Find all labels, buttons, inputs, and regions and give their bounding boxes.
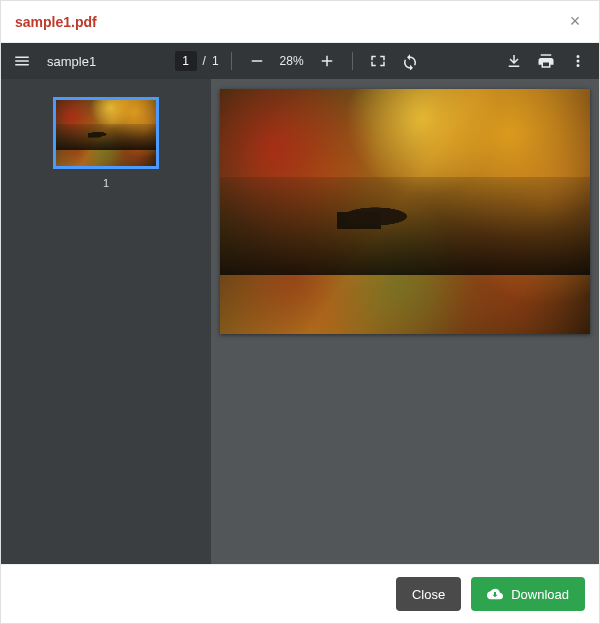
rotate-button[interactable] bbox=[397, 48, 423, 74]
modal-close-button[interactable]: × bbox=[565, 11, 585, 32]
viewer-body: 1 bbox=[1, 79, 599, 564]
more-icon bbox=[569, 52, 587, 70]
modal-title: sample1.pdf bbox=[15, 14, 97, 30]
pdf-viewer: sample1 / 1 28% bbox=[1, 43, 599, 564]
thumbnail-sidebar[interactable]: 1 bbox=[1, 79, 211, 564]
download-button[interactable]: Download bbox=[471, 577, 585, 611]
document-name: sample1 bbox=[47, 54, 96, 69]
thumbnail-image bbox=[53, 97, 159, 169]
titlebar: sample1.pdf × bbox=[1, 1, 599, 43]
pdf-page bbox=[220, 89, 590, 334]
pdf-toolbar: sample1 / 1 28% bbox=[1, 43, 599, 79]
fit-page-button[interactable] bbox=[365, 48, 391, 74]
sidebar-toggle-button[interactable] bbox=[9, 48, 35, 74]
toolbar-separator bbox=[352, 52, 353, 70]
toolbar-download-button[interactable] bbox=[501, 48, 527, 74]
zoom-in-button[interactable] bbox=[314, 48, 340, 74]
download-icon bbox=[505, 52, 523, 70]
page-canvas-area[interactable] bbox=[211, 79, 599, 564]
modal-footer: Close Download bbox=[1, 564, 599, 623]
zoom-in-icon bbox=[318, 52, 336, 70]
zoom-out-button[interactable] bbox=[244, 48, 270, 74]
pdf-preview-modal: sample1.pdf × sample1 / 1 28% bbox=[0, 0, 600, 624]
download-button-label: Download bbox=[511, 587, 569, 602]
close-icon: × bbox=[570, 11, 581, 31]
zoom-level[interactable]: 28% bbox=[276, 54, 308, 68]
zoom-out-icon bbox=[248, 52, 266, 70]
page-total: 1 bbox=[212, 54, 219, 68]
print-button[interactable] bbox=[533, 48, 559, 74]
toolbar-separator bbox=[231, 52, 232, 70]
close-button-label: Close bbox=[412, 587, 445, 602]
page-sep: / bbox=[203, 54, 206, 68]
thumbnail-item[interactable]: 1 bbox=[53, 97, 159, 189]
fit-page-icon bbox=[369, 52, 387, 70]
menu-icon bbox=[13, 52, 31, 70]
thumbnail-page-number: 1 bbox=[103, 177, 109, 189]
rotate-icon bbox=[401, 52, 419, 70]
print-icon bbox=[537, 52, 555, 70]
close-button[interactable]: Close bbox=[396, 577, 461, 611]
cloud-download-icon bbox=[487, 586, 503, 602]
more-button[interactable] bbox=[565, 48, 591, 74]
page-number-input[interactable] bbox=[175, 51, 197, 71]
page-indicator: / 1 bbox=[175, 51, 219, 71]
